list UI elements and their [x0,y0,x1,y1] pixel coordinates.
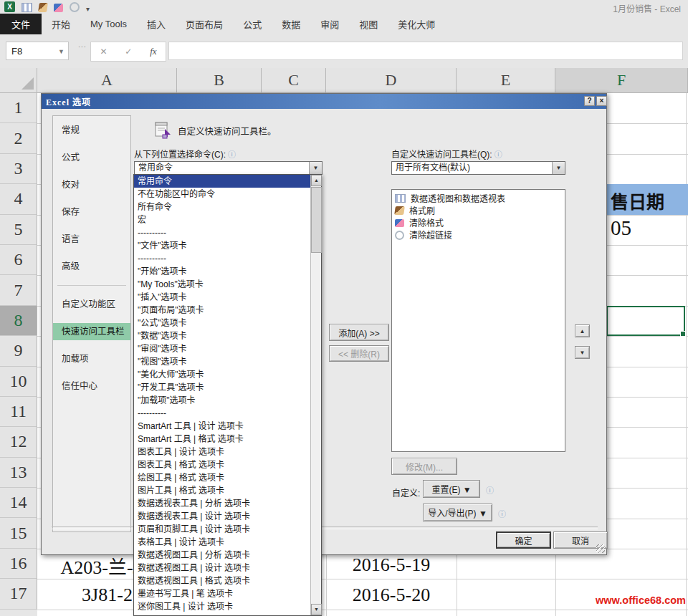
dropdown-item[interactable]: ---------- [134,226,310,239]
format-painter-icon[interactable] [38,3,48,12]
row-header[interactable]: 9 [0,336,37,366]
dropdown-item[interactable]: 宏 [134,213,310,226]
dropdown-item[interactable]: 图表工具 | 设计 选项卡 [134,446,310,458]
cell-F5[interactable]: 05 [611,216,631,240]
dropdown-item[interactable]: 不在功能区中的命令 [134,188,310,201]
sidebar-item[interactable]: 校对 [53,176,130,193]
dropdown-item[interactable]: "文件"选项卡 [134,239,310,252]
dialog-help-button[interactable]: ? [584,96,595,106]
dropdown-item[interactable]: 页眉和页脚工具 | 设计 选项卡 [134,523,310,536]
combo-dropdown-icon[interactable]: ▼ [552,162,565,174]
choose-commands-combobox[interactable]: 常用命令 ▼ [134,161,322,175]
ribbon-tab[interactable]: 插入 [137,14,176,34]
column-header[interactable]: E [457,68,555,93]
dropdown-item[interactable]: "美化大师"选项卡 [134,368,310,381]
dropdown-item[interactable]: "开始"选项卡 [134,265,310,278]
row-header[interactable]: 3 [0,154,37,184]
dialog-close-button[interactable]: × [596,96,607,106]
dropdown-item[interactable]: 常用命令 [134,175,310,188]
combo-dropdown-icon[interactable]: ▼ [309,162,322,174]
dropdown-item[interactable]: 数据透视表工具 | 设计 选项卡 [134,510,310,523]
row-header[interactable]: 12 [0,427,37,457]
ok-button[interactable]: 确定 [496,531,551,549]
row-header[interactable]: 16 [0,549,37,579]
qat-item[interactable]: 清除格式 [392,216,565,228]
sidebar-item[interactable]: 常规 [53,122,130,139]
dropdown-item[interactable]: ---------- [134,407,310,420]
sidebar-item[interactable]: 加载项 [53,350,130,367]
name-box[interactable]: F8 ▼ [6,42,69,60]
dropdown-scrollbar[interactable]: ▲ ▼ [310,175,321,615]
sidebar-item[interactable] [57,285,126,286]
dropdown-item[interactable]: "视图"选项卡 [134,355,310,368]
row-header[interactable]: 10 [0,367,37,397]
resize-grip[interactable] [596,544,605,553]
dropdown-item[interactable]: 表格工具 | 设计 选项卡 [134,536,310,549]
column-header[interactable]: A [37,68,177,93]
dropdown-item[interactable]: 数据透视表工具 | 分析 选项卡 [134,497,310,510]
dialog-titlebar[interactable]: Excel 选项 [42,94,606,109]
ribbon-tab[interactable]: 开始 [42,14,80,34]
row-header[interactable]: 6 [0,245,37,275]
column-header[interactable]: D [326,68,457,93]
modify-button[interactable]: 修改(M)... [391,458,457,475]
row-header[interactable]: 1 [0,93,37,123]
qat-items-listbox[interactable]: 数据透视图和数据透视表 格式刷 清除格式 清除超链接 [391,189,565,452]
row-header[interactable]: 8 [0,306,37,336]
dropdown-item[interactable]: "插入"选项卡 [134,291,310,304]
dropdown-item[interactable]: SmartArt 工具 | 格式 选项卡 [134,433,310,446]
pivot-table-icon[interactable] [22,3,32,12]
qat-item[interactable]: 数据透视图和数据透视表 [392,192,565,204]
excel-logo-icon[interactable] [4,1,15,12]
confirm-entry-icon[interactable]: ✓ [125,47,132,57]
row-header[interactable]: 17 [0,579,37,609]
formula-input[interactable] [168,42,683,60]
select-all-corner[interactable] [0,68,37,93]
row-header[interactable]: 4 [0,184,37,214]
insert-function-icon[interactable]: fx [150,46,156,57]
dropdown-item[interactable]: "My Tools"选项卡 [134,278,310,291]
scroll-down-icon[interactable]: ▼ [311,604,322,615]
move-up-button[interactable]: ▲ [575,324,590,337]
sidebar-item[interactable]: 公式 [53,149,130,166]
dropdown-item[interactable]: ---------- [134,252,310,265]
import-export-button[interactable]: 导入/导出(P) ▼ [423,504,492,521]
dropdown-item[interactable]: "开发工具"选项卡 [134,381,310,394]
dropdown-item[interactable]: 图表工具 | 格式 选项卡 [134,458,310,471]
dropdown-item[interactable]: 迷你图工具 | 设计 选项卡 [134,600,310,613]
dropdown-item[interactable]: "页面布局"选项卡 [134,304,310,317]
ribbon-tab[interactable]: 美化大师 [388,14,445,34]
dropdown-item[interactable]: 所有命令 [134,201,310,213]
ribbon-tab[interactable]: 页面布局 [176,14,233,34]
clear-format-icon[interactable] [54,4,63,12]
sidebar-item[interactable]: 自定义功能区 [53,296,130,313]
sidebar-item[interactable]: 高级 [53,258,130,275]
ribbon-tab[interactable]: 公式 [233,14,272,34]
ribbon-tab[interactable]: 视图 [349,14,388,34]
qat-scope-combobox[interactable]: 用于所有文档(默认) ▼ [391,161,565,175]
row-header[interactable]: 14 [0,488,37,518]
sidebar-item[interactable]: 保存 [53,203,130,221]
sidebar-item[interactable]: 快速访问工具栏 [53,323,130,340]
qat-item[interactable]: 格式刷 [392,204,565,216]
dropdown-item[interactable]: "公式"选项卡 [134,317,310,329]
cell-D17[interactable]: 2016-5-20 [326,580,457,610]
add-button[interactable]: 添加(A) >> [329,324,389,341]
dropdown-item[interactable]: 数据透视图工具 | 格式 选项卡 [134,574,310,587]
selection-outline-F8[interactable] [606,306,685,336]
info-icon[interactable]: ⓘ [498,508,506,519]
scrollbar-thumb[interactable] [311,187,322,253]
info-icon[interactable]: ⓘ [494,150,502,159]
move-down-button[interactable]: ▼ [575,346,590,359]
name-box-dropdown-icon[interactable]: ▼ [58,42,64,61]
more-commands-icon[interactable] [86,1,93,12]
dropdown-item[interactable]: SmartArt 工具 | 设计 选项卡 [134,420,310,433]
ribbon-tab[interactable]: 文件 [0,14,42,34]
dropdown-item[interactable]: 墨迹书写工具 | 笔 选项卡 [134,587,310,600]
ribbon-tab[interactable]: 数据 [272,14,310,34]
column-header[interactable]: C [262,68,326,93]
cancel-entry-icon[interactable]: ✕ [100,47,107,57]
row-header[interactable]: 5 [0,215,37,245]
sidebar-item[interactable]: 信任中心 [53,377,130,395]
clear-hyperlink-icon[interactable] [70,2,80,12]
